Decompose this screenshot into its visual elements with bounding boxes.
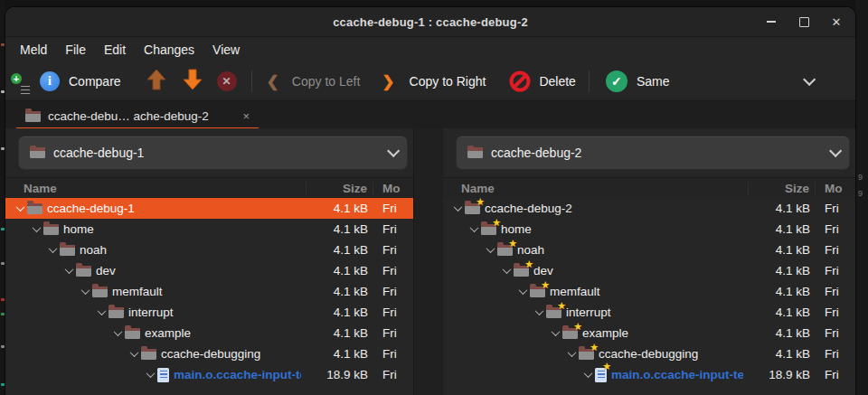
left-folder-chooser[interactable]: ccache-debug-1 (18, 136, 408, 170)
expander-icon[interactable] (548, 330, 562, 336)
left-column-header: Name Size Mo (5, 177, 413, 200)
column-header-modified[interactable]: Mo (373, 182, 413, 195)
row-modified: Fri (816, 306, 855, 319)
expander-icon[interactable] (580, 371, 595, 378)
new-emblem-icon: ★ (476, 198, 485, 207)
menu-edit[interactable]: Edit (95, 40, 135, 60)
delete-label: Delete (539, 74, 575, 89)
right-folder-chooser[interactable]: ccache-debug-2 (456, 136, 850, 170)
column-header-size[interactable]: Size (748, 182, 815, 195)
tree-row[interactable]: ★ memfault 4.1 kB Fri (443, 281, 855, 302)
tree-row[interactable]: ★ dev 4.1 kB Fri (443, 260, 855, 281)
row-modified: Fri (816, 368, 855, 381)
row-modified: Fri (373, 264, 413, 277)
tab-ccache-debug[interactable]: ccache-debu… ache-debug-2 × (16, 102, 259, 130)
column-header-modified[interactable]: Mo (815, 182, 855, 195)
copy-to-right-button[interactable]: ❯ Copy to Right (382, 74, 486, 89)
row-modified: Fri (373, 222, 413, 236)
new-emblem-icon: ★ (557, 301, 566, 311)
expander-icon[interactable] (94, 309, 108, 315)
compare-button[interactable]: i Compare (40, 71, 121, 91)
new-emblem-icon: ★ (524, 259, 533, 269)
menu-meld[interactable]: Meld (11, 40, 56, 60)
row-modified: Fri (373, 243, 413, 257)
tree-row[interactable]: ★ main.o.ccache-input-text 18.9 kB Fri (443, 364, 855, 385)
tree-row[interactable]: ★ example 4.1 kB Fri (5, 323, 413, 343)
expander-icon[interactable] (499, 268, 514, 274)
expander-icon[interactable] (515, 288, 530, 295)
expander-icon[interactable] (45, 247, 60, 253)
same-label: Same (637, 74, 670, 89)
row-size: 4.1 kB (743, 243, 816, 257)
tree-row[interactable]: ★ interrupt 4.1 kB Fri (5, 302, 413, 323)
new-emblem-icon: ★ (492, 218, 501, 228)
expander-icon[interactable] (78, 288, 92, 295)
expander-icon[interactable] (110, 330, 125, 336)
column-header-name[interactable]: Name (5, 182, 306, 195)
expander-icon[interactable] (127, 351, 141, 357)
tree-row[interactable]: ★ ccache-debugging 4.1 kB Fri (5, 343, 413, 364)
tree-row[interactable]: ★ ccache-debug-1 4.1 kB Fri (5, 198, 413, 219)
row-size: 4.1 kB (743, 285, 816, 298)
column-header-name[interactable]: Name (443, 182, 748, 195)
tree-row[interactable]: ★ home 4.1 kB Fri (5, 219, 413, 240)
expander-icon[interactable] (450, 205, 465, 212)
close-button[interactable]: ✕ (826, 12, 846, 32)
tree-row[interactable]: ★ main.o.ccache-input-text 18.9 kB Fri (5, 364, 413, 385)
row-modified: Fri (373, 306, 413, 319)
row-size: 4.1 kB (743, 326, 816, 340)
delete-button[interactable]: Delete (509, 71, 575, 92)
row-name: ccache-debugging (161, 347, 301, 361)
copy-to-left-label: Copy to Left (292, 74, 361, 89)
tree-row[interactable]: ★ dev 4.1 kB Fri (5, 260, 413, 281)
tab-close-icon[interactable]: × (242, 109, 250, 123)
row-size: 4.1 kB (743, 264, 816, 277)
expander-icon[interactable] (564, 351, 579, 357)
tree-row[interactable]: ★ ccache-debugging 4.1 kB Fri (443, 343, 855, 364)
row-name: example (582, 326, 743, 340)
folder-icon (43, 224, 59, 235)
same-filter-toggle[interactable]: ✓ Same (606, 71, 670, 92)
chevron-left-icon: ❮ (267, 74, 279, 89)
expander-icon[interactable] (467, 226, 481, 232)
next-change-button[interactable] (183, 69, 203, 94)
stop-button[interactable]: ✕ (217, 71, 237, 91)
tree-row[interactable]: ★ noah 4.1 kB Fri (443, 240, 855, 260)
tree-row[interactable]: ★ ccache-debug-2 4.1 kB Fri (443, 198, 855, 219)
comparison-area: ccache-debug-1 Name Size Mo ★ ccache-deb… (5, 128, 855, 395)
row-name: home (501, 222, 743, 236)
tree-row[interactable]: ★ home 4.1 kB Fri (443, 219, 855, 240)
expander-icon[interactable] (532, 309, 546, 315)
tree-row[interactable]: ★ noah 4.1 kB Fri (5, 240, 413, 260)
maximize-button[interactable] (794, 12, 814, 32)
pane-gutter (413, 128, 445, 395)
menu-view[interactable]: View (203, 40, 249, 60)
toolbar-overflow-button[interactable] (803, 73, 812, 89)
tree-row[interactable]: ★ interrupt 4.1 kB Fri (443, 302, 855, 323)
menubar: Meld File Edit Changes View (5, 37, 855, 62)
arrow-down-icon (183, 69, 203, 90)
expander-icon[interactable] (29, 226, 43, 232)
expander-icon[interactable] (13, 205, 27, 212)
row-size: 4.1 kB (743, 222, 816, 236)
meld-window: ccache-debug-1 : ccache-debug-2 ✕ Meld F… (5, 7, 855, 395)
column-header-size[interactable]: Size (306, 182, 373, 195)
arrow-up-icon (146, 69, 166, 90)
toolbar-separator (251, 71, 252, 92)
row-modified: Fri (816, 326, 855, 340)
row-name: main.o.ccache-input-text (611, 368, 743, 381)
right-column-header: Name Size Mo (443, 177, 855, 200)
tree-row[interactable]: ★ memfault 4.1 kB Fri (5, 281, 413, 302)
chevron-down-icon (829, 145, 842, 157)
previous-change-button[interactable] (146, 69, 166, 94)
copy-to-left-button[interactable]: ❮ Copy to Left (267, 74, 361, 89)
menu-file[interactable]: File (56, 40, 95, 60)
expander-icon[interactable] (61, 268, 76, 274)
row-size: 4.1 kB (743, 347, 816, 361)
row-size: 18.9 kB (743, 368, 816, 381)
tree-row[interactable]: ★ example 4.1 kB Fri (443, 323, 855, 343)
menu-changes[interactable]: Changes (135, 40, 203, 60)
minimize-button[interactable] (761, 12, 781, 32)
expander-icon[interactable] (483, 247, 497, 253)
expander-icon[interactable] (143, 371, 157, 378)
